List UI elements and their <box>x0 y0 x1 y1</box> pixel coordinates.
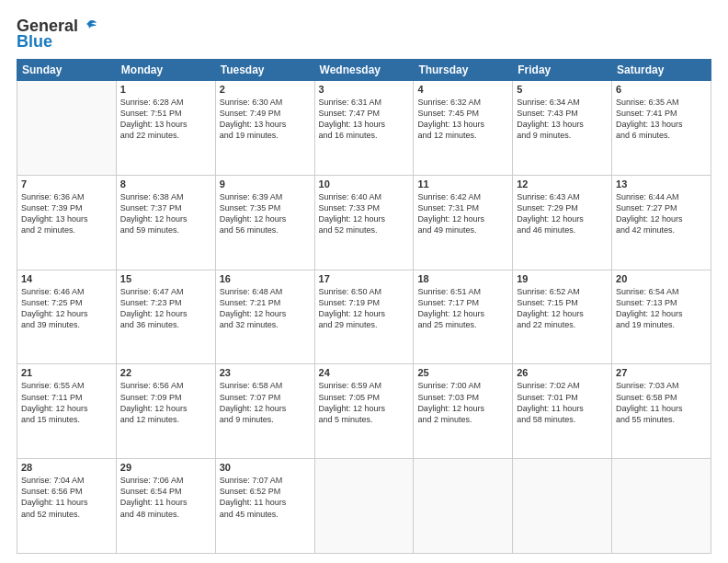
day-info: Sunrise: 6:48 AM Sunset: 7:21 PM Dayligh… <box>220 286 311 331</box>
day-number: 30 <box>220 462 311 473</box>
day-number: 19 <box>517 273 608 284</box>
day-info: Sunrise: 6:31 AM Sunset: 7:47 PM Dayligh… <box>319 97 410 142</box>
day-info: Sunrise: 6:59 AM Sunset: 7:05 PM Dayligh… <box>319 380 410 425</box>
day-info: Sunrise: 6:35 AM Sunset: 7:41 PM Dayligh… <box>616 97 707 142</box>
calendar-cell: 19Sunrise: 6:52 AM Sunset: 7:15 PM Dayli… <box>513 270 612 364</box>
day-info: Sunrise: 7:04 AM Sunset: 6:56 PM Dayligh… <box>21 475 112 520</box>
calendar-cell: 28Sunrise: 7:04 AM Sunset: 6:56 PM Dayli… <box>17 459 117 554</box>
day-info: Sunrise: 6:34 AM Sunset: 7:43 PM Dayligh… <box>517 97 608 142</box>
calendar-cell: 27Sunrise: 7:03 AM Sunset: 6:58 PM Dayli… <box>612 364 711 459</box>
day-number: 26 <box>517 367 608 378</box>
day-number: 5 <box>517 84 608 95</box>
day-info: Sunrise: 6:47 AM Sunset: 7:23 PM Dayligh… <box>120 286 211 331</box>
week-row-4: 28Sunrise: 7:04 AM Sunset: 6:56 PM Dayli… <box>17 459 711 554</box>
week-row-0: 1Sunrise: 6:28 AM Sunset: 7:51 PM Daylig… <box>17 81 711 176</box>
calendar-cell: 17Sunrise: 6:50 AM Sunset: 7:19 PM Dayli… <box>314 270 414 364</box>
page: General Blue SundayMondayTuesdayWednesda… <box>0 0 728 563</box>
calendar-cell: 2Sunrise: 6:30 AM Sunset: 7:49 PM Daylig… <box>215 81 314 176</box>
calendar-cell: 7Sunrise: 6:36 AM Sunset: 7:39 PM Daylig… <box>17 175 117 270</box>
calendar-cell: 30Sunrise: 7:07 AM Sunset: 6:52 PM Dayli… <box>215 459 314 554</box>
calendar-cell <box>612 459 711 554</box>
weekday-header-sunday: Sunday <box>17 60 117 81</box>
calendar-cell: 13Sunrise: 6:44 AM Sunset: 7:27 PM Dayli… <box>612 175 711 270</box>
day-number: 16 <box>220 273 311 284</box>
calendar-cell: 22Sunrise: 6:56 AM Sunset: 7:09 PM Dayli… <box>116 364 215 459</box>
day-number: 18 <box>417 273 508 284</box>
day-info: Sunrise: 6:40 AM Sunset: 7:33 PM Dayligh… <box>319 191 410 236</box>
calendar-cell: 3Sunrise: 6:31 AM Sunset: 7:47 PM Daylig… <box>314 81 414 176</box>
calendar-cell: 20Sunrise: 6:54 AM Sunset: 7:13 PM Dayli… <box>612 270 711 364</box>
day-number: 17 <box>319 273 410 284</box>
day-info: Sunrise: 6:42 AM Sunset: 7:31 PM Dayligh… <box>417 191 508 236</box>
calendar-cell: 23Sunrise: 6:58 AM Sunset: 7:07 PM Dayli… <box>215 364 314 459</box>
day-number: 6 <box>616 84 707 95</box>
calendar-cell: 5Sunrise: 6:34 AM Sunset: 7:43 PM Daylig… <box>513 81 612 176</box>
calendar-cell: 16Sunrise: 6:48 AM Sunset: 7:21 PM Dayli… <box>215 270 314 364</box>
calendar-cell <box>513 459 612 554</box>
logo-bird-icon <box>80 17 98 36</box>
day-number: 7 <box>21 178 112 190</box>
calendar-cell <box>414 459 513 554</box>
weekday-header-saturday: Saturday <box>612 60 711 81</box>
day-number: 1 <box>120 84 211 95</box>
day-number: 15 <box>120 273 211 284</box>
calendar-cell <box>314 459 414 554</box>
day-info: Sunrise: 6:46 AM Sunset: 7:25 PM Dayligh… <box>21 286 112 331</box>
calendar-cell: 1Sunrise: 6:28 AM Sunset: 7:51 PM Daylig… <box>116 81 215 176</box>
calendar-cell: 25Sunrise: 7:00 AM Sunset: 7:03 PM Dayli… <box>414 364 513 459</box>
weekday-header-row: SundayMondayTuesdayWednesdayThursdayFrid… <box>17 60 711 81</box>
day-info: Sunrise: 6:51 AM Sunset: 7:17 PM Dayligh… <box>417 286 508 331</box>
calendar-cell <box>17 81 117 176</box>
calendar-cell: 29Sunrise: 7:06 AM Sunset: 6:54 PM Dayli… <box>116 459 215 554</box>
day-number: 24 <box>319 367 410 378</box>
weekday-header-tuesday: Tuesday <box>215 60 314 81</box>
day-info: Sunrise: 6:30 AM Sunset: 7:49 PM Dayligh… <box>220 97 311 142</box>
day-info: Sunrise: 6:38 AM Sunset: 7:37 PM Dayligh… <box>120 191 211 236</box>
calendar-table: SundayMondayTuesdayWednesdayThursdayFrid… <box>17 59 711 554</box>
week-row-2: 14Sunrise: 6:46 AM Sunset: 7:25 PM Dayli… <box>17 270 711 364</box>
day-info: Sunrise: 6:55 AM Sunset: 7:11 PM Dayligh… <box>21 380 112 425</box>
day-info: Sunrise: 7:06 AM Sunset: 6:54 PM Dayligh… <box>120 475 211 520</box>
day-number: 29 <box>120 462 211 473</box>
day-number: 2 <box>220 84 311 95</box>
day-info: Sunrise: 6:58 AM Sunset: 7:07 PM Dayligh… <box>220 380 311 425</box>
week-row-1: 7Sunrise: 6:36 AM Sunset: 7:39 PM Daylig… <box>17 175 711 270</box>
day-info: Sunrise: 6:56 AM Sunset: 7:09 PM Dayligh… <box>120 380 211 425</box>
day-number: 22 <box>120 367 211 378</box>
day-info: Sunrise: 6:50 AM Sunset: 7:19 PM Dayligh… <box>319 286 410 331</box>
day-number: 25 <box>417 367 508 378</box>
day-number: 27 <box>616 367 707 378</box>
day-info: Sunrise: 6:43 AM Sunset: 7:29 PM Dayligh… <box>517 191 608 236</box>
day-info: Sunrise: 6:54 AM Sunset: 7:13 PM Dayligh… <box>616 286 707 331</box>
day-number: 11 <box>417 178 508 190</box>
day-info: Sunrise: 6:32 AM Sunset: 7:45 PM Dayligh… <box>417 97 508 142</box>
day-info: Sunrise: 7:03 AM Sunset: 6:58 PM Dayligh… <box>616 380 707 425</box>
calendar-cell: 15Sunrise: 6:47 AM Sunset: 7:23 PM Dayli… <box>116 270 215 364</box>
day-info: Sunrise: 6:44 AM Sunset: 7:27 PM Dayligh… <box>616 191 707 236</box>
calendar-cell: 24Sunrise: 6:59 AM Sunset: 7:05 PM Dayli… <box>314 364 414 459</box>
calendar-cell: 26Sunrise: 7:02 AM Sunset: 7:01 PM Dayli… <box>513 364 612 459</box>
calendar-cell: 12Sunrise: 6:43 AM Sunset: 7:29 PM Dayli… <box>513 175 612 270</box>
calendar-cell: 10Sunrise: 6:40 AM Sunset: 7:33 PM Dayli… <box>314 175 414 270</box>
day-info: Sunrise: 7:00 AM Sunset: 7:03 PM Dayligh… <box>417 380 508 425</box>
day-number: 14 <box>21 273 112 284</box>
day-number: 13 <box>616 178 707 190</box>
day-number: 9 <box>220 178 311 190</box>
day-number: 4 <box>417 84 508 95</box>
weekday-header-friday: Friday <box>513 60 612 81</box>
day-number: 28 <box>21 462 112 473</box>
calendar-cell: 9Sunrise: 6:39 AM Sunset: 7:35 PM Daylig… <box>215 175 314 270</box>
calendar-cell: 8Sunrise: 6:38 AM Sunset: 7:37 PM Daylig… <box>116 175 215 270</box>
calendar-cell: 6Sunrise: 6:35 AM Sunset: 7:41 PM Daylig… <box>612 81 711 176</box>
header: General Blue <box>17 17 711 52</box>
weekday-header-monday: Monday <box>116 60 215 81</box>
day-number: 12 <box>517 178 608 190</box>
day-info: Sunrise: 6:39 AM Sunset: 7:35 PM Dayligh… <box>220 191 311 236</box>
day-number: 8 <box>120 178 211 190</box>
weekday-header-wednesday: Wednesday <box>314 60 414 81</box>
day-info: Sunrise: 7:02 AM Sunset: 7:01 PM Dayligh… <box>517 380 608 425</box>
day-info: Sunrise: 7:07 AM Sunset: 6:52 PM Dayligh… <box>220 475 311 520</box>
day-info: Sunrise: 6:36 AM Sunset: 7:39 PM Dayligh… <box>21 191 112 236</box>
day-number: 20 <box>616 273 707 284</box>
calendar-cell: 14Sunrise: 6:46 AM Sunset: 7:25 PM Dayli… <box>17 270 117 364</box>
